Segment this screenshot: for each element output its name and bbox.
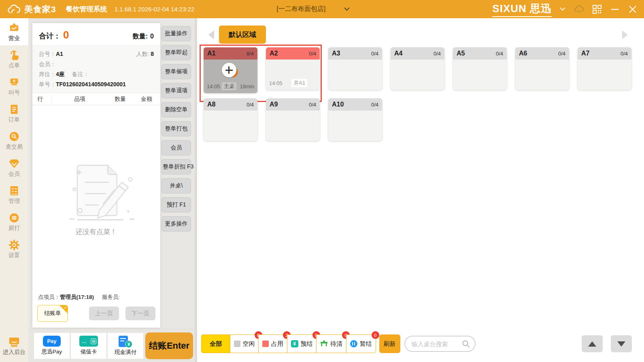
action-delete-empty[interactable]: 删除空单	[162, 102, 191, 117]
sidebar-item-members[interactable]: 会员	[0, 154, 28, 181]
sidebar-label: 查交易	[6, 143, 23, 151]
filter-free[interactable]: 空闲 8	[230, 334, 259, 353]
table-map-footer: 全部 空闲 8 占用 2 ¥ 预结 0	[201, 334, 632, 353]
table-name: A4	[394, 50, 402, 57]
qty-label: 数量:	[133, 32, 148, 41]
cloud-logo-icon	[6, 4, 21, 15]
scroll-up-button[interactable]	[582, 335, 603, 352]
table-card-a6[interactable]: A60/4	[515, 47, 569, 90]
sidebar-label: 营业	[9, 35, 20, 42]
payment-strip: Pay 思迅Pay ... 储 储值卡 ¥ 现金满付 结账Enter	[28, 329, 195, 362]
table-card-a1[interactable]: A18/4 14:05 主桌 18min	[204, 47, 257, 93]
area-next-icon[interactable]	[622, 30, 628, 39]
table-search-input[interactable]	[412, 341, 462, 347]
gear-icon	[8, 239, 20, 251]
prev-page-button[interactable]: 上一页	[89, 307, 119, 320]
order-table-header: 行 品项 数量 金额	[32, 93, 160, 105]
qr-code-icon[interactable]	[592, 4, 602, 14]
order-totals: 合计： 0 数量: 0	[32, 23, 160, 45]
filter-toclean[interactable]: 待清 0	[316, 334, 346, 353]
guests-label: 人数:	[136, 51, 149, 57]
table-occupancy: 0/4	[309, 51, 316, 57]
sidebar-item-management[interactable]: 管理	[0, 181, 28, 208]
action-discount-all[interactable]: 整单折扣 F3	[162, 159, 191, 175]
filter-all[interactable]: 全部	[201, 334, 230, 353]
sidebar-item-business[interactable]: 营业	[0, 18, 28, 45]
table-search[interactable]	[404, 336, 476, 352]
action-return-all[interactable]: 整单退项	[162, 83, 191, 98]
filter-label: 暂结	[360, 340, 372, 348]
action-urge-all[interactable]: 整单催项	[162, 64, 191, 79]
table-card-a8[interactable]: A80/4	[204, 98, 257, 141]
table-card-a9[interactable]: A90/4	[266, 98, 320, 141]
store-selector[interactable]: [一二布布面包店]	[276, 5, 350, 13]
table-card-a5[interactable]: A50/4	[453, 47, 507, 90]
stored-card-icon: ... 储	[79, 336, 98, 347]
add-order-plus-icon[interactable]	[222, 63, 236, 77]
close-button[interactable]	[628, 4, 638, 14]
search-transactions-icon	[8, 130, 20, 143]
next-page-button[interactable]: 下一页	[125, 307, 155, 320]
sidebar-label: 点单	[9, 62, 20, 69]
action-merge-table[interactable]: 并桌\	[162, 178, 191, 194]
minimize-button[interactable]	[610, 4, 620, 14]
filter-suspended[interactable]: 暂结 0	[346, 334, 376, 353]
app-logo: 美食家3	[6, 4, 56, 15]
action-batch-ops[interactable]: 批量操作	[162, 26, 191, 41]
sidebar-item-transactions[interactable]: 查交易	[0, 127, 28, 154]
table-card-a4[interactable]: A40/4	[391, 47, 444, 90]
filter-prebill[interactable]: ¥ 预结 0	[287, 334, 317, 353]
table-name: A2	[270, 50, 278, 57]
checklist-icon	[8, 185, 20, 197]
sidebar-item-kitchen-print[interactable]: 厨打	[0, 208, 28, 235]
order-info: 台号：A1 人数: 8 会员： 席位：4座 备注： 单号：TF012602041…	[32, 45, 160, 93]
sidebar-item-order-entry[interactable]: 点单	[0, 45, 28, 72]
system-name: 餐饮管理系统	[66, 4, 107, 14]
note-label: 备注：	[72, 71, 89, 77]
waiter-label: 服务员:	[102, 294, 120, 300]
table-label: 台号：	[39, 51, 56, 57]
sidebar-item-settings[interactable]: 设置	[0, 235, 28, 262]
action-rush-all[interactable]: 整单即起	[162, 45, 191, 60]
brand-logo: SIXUN 思迅	[492, 2, 552, 17]
col-amount: 金额	[133, 96, 160, 103]
stored-value-card-button[interactable]: ... 储 储值卡	[71, 333, 106, 359]
filter-label: 全部	[210, 340, 222, 348]
cloud-sync-icon[interactable]	[574, 5, 584, 14]
scroll-down-button[interactable]	[611, 335, 632, 352]
action-pack-all[interactable]: 整单打包	[162, 121, 191, 136]
table-name: A10	[332, 101, 344, 108]
action-preprint[interactable]: 预打 F1	[162, 197, 191, 213]
table-card-a7[interactable]: A70/4	[578, 47, 631, 90]
filter-occupied[interactable]: 占用 2	[258, 334, 287, 353]
action-more[interactable]: 更多操作	[162, 216, 191, 232]
cash-exact-button[interactable]: ¥ 现金满付	[108, 333, 143, 359]
sidebar-item-queue-call[interactable]: 8 叫号	[0, 72, 28, 100]
area-prev-icon[interactable]	[208, 30, 214, 39]
checkout-enter-button[interactable]: 结账Enter	[145, 332, 193, 359]
operator-label: 点项员：	[38, 294, 60, 300]
search-icon	[462, 340, 470, 348]
brand-chevron-down-icon[interactable]	[560, 7, 565, 11]
action-member[interactable]: 会员	[162, 140, 191, 155]
area-tab-default[interactable]: 默认区域	[219, 26, 266, 44]
refresh-button[interactable]: 刷新	[379, 334, 400, 353]
sixun-pay-button[interactable]: Pay 思迅Pay	[34, 333, 70, 359]
col-qty: 数量	[108, 96, 133, 103]
free-status-icon	[234, 341, 240, 347]
touch-hand-icon	[8, 49, 20, 61]
main-table-tag: 主桌	[222, 82, 236, 90]
number-ticket-icon: 8	[8, 76, 20, 88]
sidebar-item-backstage[interactable]: 进入后台	[0, 332, 28, 360]
empty-order-text: 还没有点菜！	[76, 227, 117, 236]
table-card-a10[interactable]: A100/4	[328, 98, 382, 141]
table-name: A3	[332, 50, 340, 57]
table-occupancy: 0/4	[496, 51, 503, 57]
sidebar-item-orders[interactable]: 订单	[0, 100, 28, 127]
table-card-a3[interactable]: A30/4	[328, 47, 382, 90]
status-filter-group: 全部 空闲 8 占用 2 ¥ 预结 0	[201, 334, 376, 353]
table-card-a2[interactable]: A20/4 14:05 并A1	[266, 47, 320, 90]
col-line: 行	[32, 96, 52, 103]
bill-no-value: TF01260204140509420001	[56, 79, 126, 89]
checkout-bill-button[interactable]: 结账单	[37, 305, 68, 322]
